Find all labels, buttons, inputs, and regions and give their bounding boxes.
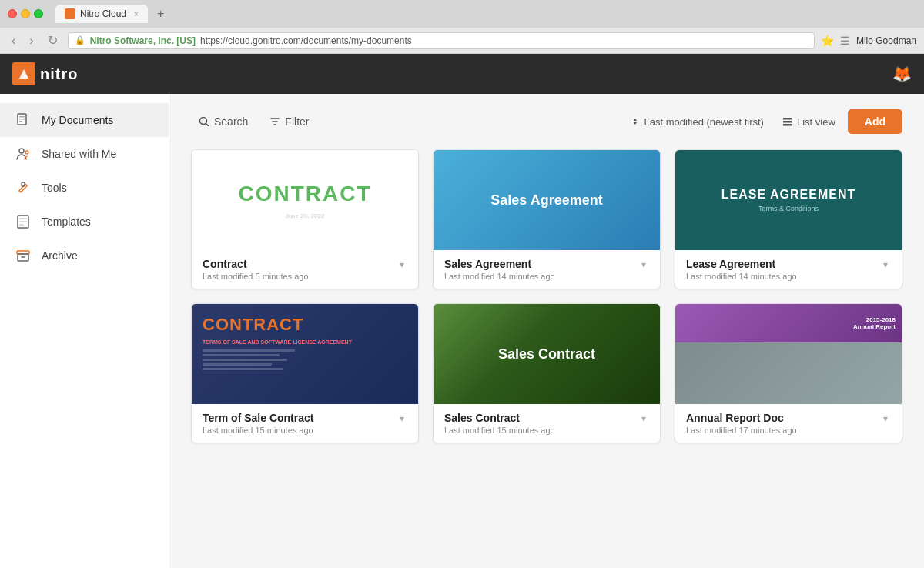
doc-card-lease-agreement[interactable]: LEASE AGREEMENT Terms & Conditions Lease…	[675, 149, 902, 289]
svg-point-6	[19, 149, 24, 153]
browser-dots	[8, 9, 43, 18]
doc-details-contract: Contract Last modified 5 minutes ago	[203, 258, 397, 281]
contract-thumb-title: CONTRACT	[238, 182, 371, 206]
forward-button[interactable]: ›	[25, 32, 37, 49]
search-icon	[199, 116, 209, 127]
doc-info-contract: Contract Last modified 5 minutes ago ▾	[192, 250, 418, 289]
svg-rect-9	[22, 182, 25, 186]
svg-rect-18	[783, 121, 792, 123]
annual-thumb-img	[675, 342, 902, 404]
doc-details-sales-contract: Sales Contract Last modified 15 minutes …	[444, 412, 638, 435]
doc-chevron-sales-agreement[interactable]: ▾	[638, 258, 649, 272]
user-name: Milo Goodman	[856, 35, 916, 46]
tools-icon	[14, 179, 32, 197]
doc-meta-sales-contract: Last modified 15 minutes ago	[444, 426, 638, 435]
view-label: List view	[797, 116, 835, 128]
filter-button[interactable]: Filter	[262, 111, 316, 132]
doc-card-sales-contract[interactable]: Sales Contract Sales Contract Last modif…	[433, 303, 661, 443]
doc-info-sales-agreement: Sales Agreement Last modified 14 minutes…	[434, 250, 660, 289]
filter-label: Filter	[285, 115, 309, 128]
address-bar[interactable]: 🔒 Nitro Software, Inc. [US] https://clou…	[68, 32, 815, 49]
view-button[interactable]: List view	[776, 112, 842, 132]
term-sale-thumb-title: CONTRACT	[203, 315, 303, 335]
app-body: My Documents Shared with Me Tools	[0, 94, 924, 568]
svg-rect-4	[19, 119, 25, 120]
add-button[interactable]: Add	[848, 109, 902, 134]
avatar-icon[interactable]: 🦊	[892, 65, 912, 83]
browser-navbar: ‹ › ↻ 🔒 Nitro Software, Inc. [US] https:…	[0, 28, 924, 53]
svg-rect-17	[783, 118, 792, 120]
doc-meta-annual: Last modified 17 minutes ago	[686, 426, 880, 435]
doc-thumbnail-contract: CONTRACT June 20, 2022	[192, 150, 418, 250]
address-url: https://cloud.gonitro.com/documents/my-d…	[200, 35, 412, 46]
bookmark-icon[interactable]: ⭐	[821, 35, 834, 47]
archive-icon	[14, 246, 32, 265]
doc-name-term-sale: Term of Sale Contract	[203, 412, 397, 424]
doc-details-annual: Annual Report Doc Last modified 17 minut…	[686, 412, 880, 435]
doc-thumbnail-sales-contract: Sales Contract	[434, 304, 660, 404]
doc-thumbnail-sales-agreement: Sales Agreement	[434, 150, 660, 250]
browser-tab[interactable]: Nitro Cloud ×	[55, 5, 148, 23]
doc-card-term-of-sale[interactable]: CONTRACT TERMS OF SALE AND SOFTWARE LICE…	[191, 303, 419, 443]
doc-card-annual-report[interactable]: 2015-2018Annual Report Annual Report Doc…	[675, 303, 902, 443]
new-tab-button[interactable]: +	[157, 7, 164, 21]
browser-titlebar: Nitro Cloud × +	[0, 0, 924, 28]
sidebar-item-tools[interactable]: Tools	[0, 171, 169, 205]
doc-thumbnail-lease: LEASE AGREEMENT Terms & Conditions	[675, 150, 902, 250]
doc-info-term-sale: Term of Sale Contract Last modified 15 m…	[192, 404, 418, 443]
my-documents-icon	[14, 111, 32, 129]
doc-card-sales-agreement[interactable]: Sales Agreement Sales Agreement Last mod…	[433, 149, 661, 289]
lock-icon: 🔒	[75, 35, 85, 45]
logo-text: nitro	[40, 65, 78, 83]
doc-details-sales-agreement: Sales Agreement Last modified 14 minutes…	[444, 258, 638, 281]
svg-rect-13	[19, 224, 24, 226]
sidebar-item-my-documents[interactable]: My Documents	[0, 103, 169, 137]
doc-name-contract: Contract	[203, 258, 397, 270]
nitro-logo: nitro	[12, 62, 78, 85]
tab-close-btn[interactable]: ×	[134, 10, 139, 18]
doc-chevron-annual[interactable]: ▾	[880, 412, 891, 426]
sales-agreement-thumb-title: Sales Agreement	[490, 192, 602, 209]
doc-chevron-sales-contract[interactable]: ▾	[638, 412, 649, 426]
back-button[interactable]: ‹	[8, 32, 19, 49]
archive-label: Archive	[42, 249, 78, 262]
my-documents-label: My Documents	[42, 114, 113, 126]
search-button[interactable]: Search	[191, 111, 256, 132]
term-sale-thumb-sub: TERMS OF SALE AND SOFTWARE LICENSE AGREE…	[203, 339, 352, 345]
doc-name-sales-agreement: Sales Agreement	[444, 258, 638, 270]
doc-meta-contract: Last modified 5 minutes ago	[203, 272, 397, 281]
doc-card-contract[interactable]: CONTRACT June 20, 2022 Contract Last mod…	[191, 149, 419, 289]
doc-chevron-lease[interactable]: ▾	[880, 258, 891, 272]
templates-icon	[14, 212, 32, 231]
minimize-dot[interactable]	[21, 9, 30, 18]
svg-rect-11	[19, 218, 27, 219]
maximize-dot[interactable]	[34, 9, 43, 18]
lease-thumb-sub: Terms & Conditions	[758, 205, 819, 212]
main-content: Search Filter Last modified (newest firs…	[169, 94, 924, 568]
svg-rect-8	[19, 184, 28, 192]
doc-meta-sales-agreement: Last modified 14 minutes ago	[444, 272, 638, 281]
doc-details-lease: Lease Agreement Last modified 14 minutes…	[686, 258, 880, 281]
svg-rect-12	[19, 221, 27, 222]
svg-rect-3	[19, 116, 25, 118]
toolbar: Search Filter Last modified (newest firs…	[191, 109, 902, 134]
sidebar-item-templates[interactable]: Templates	[0, 205, 169, 239]
doc-chevron-contract[interactable]: ▾	[397, 258, 407, 272]
sidebar-item-archive[interactable]: Archive	[0, 239, 169, 272]
term-sale-lines	[203, 349, 295, 373]
lease-thumb-title: LEASE AGREEMENT	[721, 188, 855, 202]
svg-rect-5	[19, 121, 22, 122]
doc-thumbnail-annual: 2015-2018Annual Report	[675, 304, 902, 404]
sort-button[interactable]: Last modified (newest first)	[624, 112, 770, 132]
menu-icon[interactable]: ☰	[840, 35, 850, 47]
contract-thumb-line: June 20, 2022	[286, 212, 325, 219]
nav-icons: ⭐ ☰	[821, 35, 850, 47]
close-dot[interactable]	[8, 9, 17, 18]
annual-thumb-header-text: 2015-2018Annual Report	[853, 316, 896, 330]
search-label: Search	[214, 115, 248, 128]
doc-chevron-term-sale[interactable]: ▾	[397, 412, 407, 426]
browser-chrome: Nitro Cloud × + ‹ › ↻ 🔒 Nitro Software, …	[0, 0, 924, 54]
sidebar-item-shared-with-me[interactable]: Shared with Me	[0, 137, 169, 171]
sales-contract-thumb-title: Sales Contract	[498, 346, 595, 363]
refresh-button[interactable]: ↻	[44, 32, 62, 49]
